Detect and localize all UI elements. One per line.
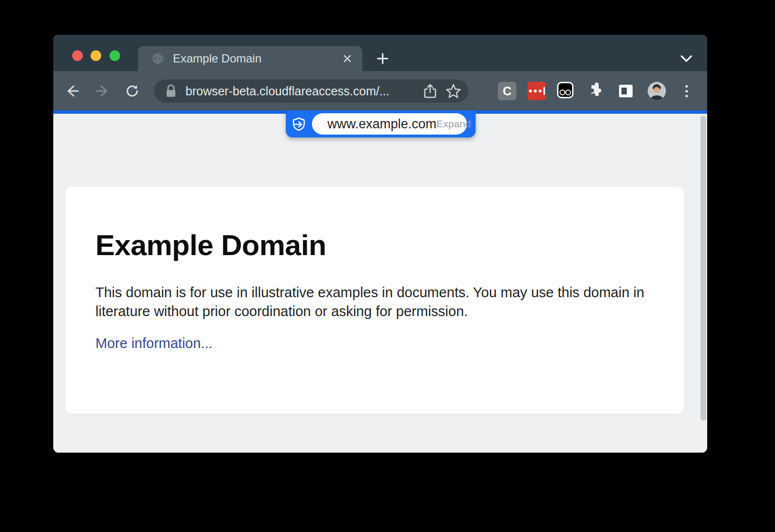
page-title: Example Domain	[95, 228, 654, 262]
page-viewport: www.example.com Expand Example Domain Th…	[53, 114, 707, 453]
goggles-left-lens	[559, 90, 565, 95]
url-text[interactable]: browser-beta.cloudflareaccess.com/...	[186, 84, 422, 98]
share-icon[interactable]	[422, 83, 438, 99]
url-bar[interactable]: browser-beta.cloudflareaccess.com/...	[154, 79, 468, 103]
forward-arrow-icon[interactable]	[94, 83, 110, 99]
scrollbar-thumb[interactable]	[700, 116, 706, 421]
isolation-domain-text: www.example.com	[327, 117, 436, 132]
profile-avatar[interactable]	[648, 82, 666, 100]
globe-favicon-icon	[152, 52, 164, 65]
c-extension-icon[interactable]: C	[498, 82, 516, 100]
more-information-link[interactable]: More information...	[95, 335, 213, 351]
window-minimize-button[interactable]	[91, 50, 101, 61]
kebab-menu-icon[interactable]	[680, 83, 693, 99]
lastpass-dots-glyph	[529, 87, 545, 95]
goggles-right-lens	[565, 90, 571, 95]
side-panel-glyph	[619, 85, 633, 97]
browser-window: Example Domain	[53, 35, 707, 453]
tab-title: Example Domain	[173, 52, 340, 65]
lock-icon[interactable]	[165, 84, 177, 98]
bookmark-star-icon[interactable]	[445, 83, 462, 99]
content-card: Example Domain This domain is for use in…	[65, 187, 684, 414]
extensions-puzzle-icon[interactable]	[588, 82, 606, 100]
tab-search-chevron-icon[interactable]	[679, 52, 694, 65]
reload-icon[interactable]	[124, 83, 140, 99]
window-close-button[interactable]	[72, 50, 83, 61]
window-zoom-button[interactable]	[109, 50, 120, 61]
expand-button[interactable]: Expand	[436, 118, 471, 130]
back-arrow-icon[interactable]	[65, 83, 80, 99]
c-extension-label: C	[503, 84, 512, 98]
page-paragraph: This domain is for use in illustrative e…	[95, 283, 652, 321]
tab-strip: Example Domain	[53, 35, 707, 71]
browser-toolbar: browser-beta.cloudflareaccess.com/... C	[53, 71, 707, 110]
side-panel-icon[interactable]	[617, 82, 635, 100]
isolation-domain-pill[interactable]: www.example.com Expand	[286, 110, 476, 137]
isolation-domain-field[interactable]: www.example.com Expand	[312, 113, 467, 135]
tab-close-icon[interactable]	[340, 51, 355, 66]
new-tab-plus-icon[interactable]	[375, 51, 390, 66]
browser-tab[interactable]: Example Domain	[138, 46, 362, 71]
goggles-extension-icon[interactable]	[557, 82, 574, 98]
lastpass-extension-icon[interactable]	[527, 82, 546, 100]
shield-arrow-icon	[291, 117, 307, 132]
